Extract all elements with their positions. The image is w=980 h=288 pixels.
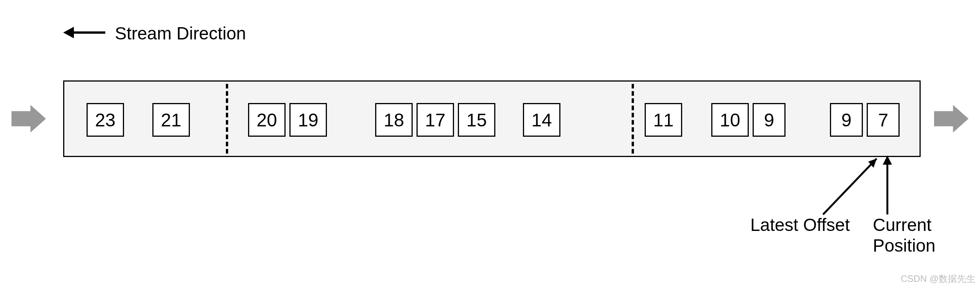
event-cell-9: 10: [711, 103, 749, 137]
stream-direction-label: Stream Direction: [115, 23, 246, 44]
event-cell-7: 14: [523, 103, 560, 137]
event-cell-4: 18: [375, 103, 413, 137]
latest-offset-label: Latest Offset: [750, 214, 850, 235]
stream-out-arrow: [934, 103, 969, 134]
event-cell-6: 15: [458, 103, 495, 137]
event-cell-0: 23: [87, 103, 124, 137]
svg-line-4: [823, 159, 877, 214]
svg-marker-1: [934, 105, 969, 133]
stream-direction-arrow-icon: [63, 19, 105, 50]
event-cell-3: 19: [289, 103, 327, 137]
window-divider-1: [226, 84, 228, 154]
svg-marker-3: [63, 27, 74, 38]
watermark: CSDN @数据先生: [901, 273, 975, 285]
svg-marker-5: [868, 159, 877, 168]
current-position-label: Current Position: [873, 214, 980, 256]
stream-in-arrow: [11, 103, 46, 134]
event-queue: 23212019181715141110997: [63, 80, 921, 157]
current-position-pointer-icon: [879, 153, 902, 218]
svg-marker-0: [11, 105, 46, 133]
window-divider-2: [632, 84, 634, 154]
event-cell-5: 17: [416, 103, 454, 137]
event-cell-8: 11: [645, 103, 682, 137]
event-cell-12: 7: [867, 103, 900, 137]
event-cell-11: 9: [830, 103, 863, 137]
event-cell-1: 21: [152, 103, 190, 137]
latest-offset-pointer-icon: [819, 153, 892, 218]
event-cell-10: 9: [753, 103, 786, 137]
event-cell-2: 20: [248, 103, 286, 137]
